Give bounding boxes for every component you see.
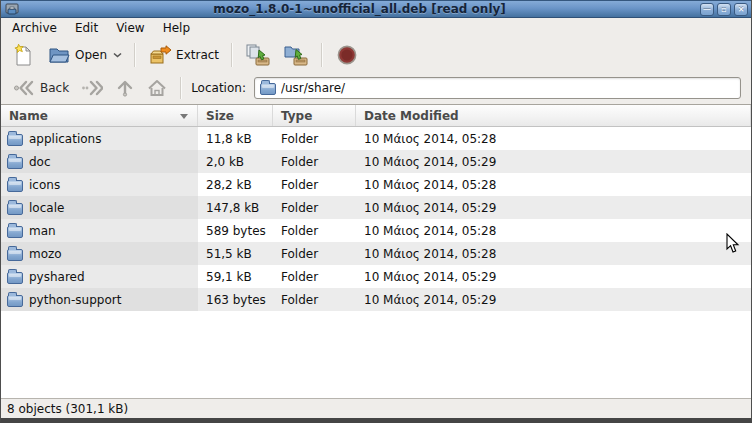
open-dropdown-chevron-icon[interactable]	[113, 52, 122, 58]
statusbar: 8 objects (301,1 kB)	[1, 398, 751, 418]
toolbar-separator	[134, 43, 136, 67]
navigation-bar: Back	[1, 72, 751, 104]
file-list-body: applications 11,8 kB Folder 10 Μάιος 201…	[1, 127, 751, 398]
forward-icon	[81, 79, 103, 97]
status-text: 8 objects (301,1 kB)	[7, 402, 128, 416]
file-date-modified: 10 Μάιος 2014, 05:28	[356, 219, 751, 242]
file-name: man	[29, 224, 56, 238]
folder-icon	[7, 226, 23, 238]
add-folder-button[interactable]	[277, 40, 315, 70]
file-name: mozo	[29, 247, 62, 261]
folder-icon	[7, 134, 23, 146]
file-date-modified: 10 Μάιος 2014, 05:29	[356, 196, 751, 219]
column-header-type[interactable]: Type	[273, 105, 356, 126]
table-row[interactable]: doc 2,0 kB Folder 10 Μάιος 2014, 05:29	[1, 150, 751, 173]
file-type: Folder	[273, 150, 356, 173]
location-label: Location:	[191, 81, 246, 95]
file-list: Name Size Type Date Modified application…	[1, 104, 751, 398]
file-name: locale	[29, 201, 64, 215]
file-type: Folder	[273, 288, 356, 311]
file-size: 147,8 kB	[198, 196, 273, 219]
file-name: pyshared	[29, 270, 85, 284]
file-name: icons	[29, 178, 60, 192]
folder-icon	[7, 203, 23, 215]
sort-indicator-icon	[180, 114, 188, 119]
stop-button[interactable]	[329, 40, 365, 70]
extract-icon	[148, 43, 172, 67]
add-folder-icon	[283, 43, 309, 67]
new-archive-button[interactable]	[5, 40, 41, 70]
toolbar-separator	[231, 43, 233, 67]
navbar-separator	[180, 77, 182, 99]
table-row[interactable]: pyshared 59,1 kB Folder 10 Μάιος 2014, 0…	[1, 265, 751, 288]
file-type: Folder	[273, 196, 356, 219]
titlebar[interactable]: mozo_1.8.0-1~unofficial_all.deb [read on…	[1, 0, 751, 18]
file-date-modified: 10 Μάιος 2014, 05:28	[356, 242, 751, 265]
toolbar-separator	[321, 43, 323, 67]
maximize-button[interactable]: ▫	[717, 3, 731, 16]
extract-button[interactable]: Extract	[142, 40, 225, 70]
home-button[interactable]	[141, 75, 173, 101]
file-type: Folder	[273, 127, 356, 150]
column-header-date-modified[interactable]: Date Modified	[356, 105, 751, 126]
location-input[interactable]	[281, 81, 735, 95]
table-row[interactable]: icons 28,2 kB Folder 10 Μάιος 2014, 05:2…	[1, 173, 751, 196]
file-date-modified: 10 Μάιος 2014, 05:29	[356, 288, 751, 311]
open-button-label: Open	[75, 48, 107, 62]
file-list-header: Name Size Type Date Modified	[1, 105, 751, 127]
folder-icon	[7, 180, 23, 192]
folder-icon	[7, 249, 23, 261]
folder-icon	[7, 272, 23, 284]
up-icon	[115, 79, 135, 97]
archive-manager-icon[interactable]	[5, 3, 19, 16]
file-date-modified: 10 Μάιος 2014, 05:29	[356, 150, 751, 173]
table-row[interactable]: locale 147,8 kB Folder 10 Μάιος 2014, 05…	[1, 196, 751, 219]
home-icon	[147, 79, 167, 97]
stop-icon	[335, 43, 359, 67]
menubar: Archive Edit View Help	[1, 18, 751, 38]
table-row[interactable]: mozo 51,5 kB Folder 10 Μάιος 2014, 05:28	[1, 242, 751, 265]
archive-manager-window: mozo_1.8.0-1~unofficial_all.deb [read on…	[0, 0, 752, 423]
back-icon	[13, 79, 35, 97]
open-archive-button[interactable]: Open	[41, 40, 128, 70]
menu-archive[interactable]: Archive	[3, 18, 66, 38]
add-files-icon	[245, 43, 271, 67]
extract-button-label: Extract	[176, 48, 219, 62]
file-size: 11,8 kB	[198, 127, 273, 150]
file-type: Folder	[273, 265, 356, 288]
menu-view[interactable]: View	[107, 18, 153, 38]
back-button-label: Back	[40, 81, 69, 95]
menu-edit[interactable]: Edit	[66, 18, 107, 38]
file-date-modified: 10 Μάιος 2014, 05:29	[356, 265, 751, 288]
column-header-size[interactable]: Size	[198, 105, 273, 126]
file-size: 51,5 kB	[198, 242, 273, 265]
file-name: python-support	[29, 293, 121, 307]
file-type: Folder	[273, 219, 356, 242]
back-button[interactable]: Back	[7, 75, 75, 101]
table-row[interactable]: man 589 bytes Folder 10 Μάιος 2014, 05:2…	[1, 219, 751, 242]
folder-icon	[260, 83, 276, 95]
file-size: 59,1 kB	[198, 265, 273, 288]
file-size: 2,0 kB	[198, 150, 273, 173]
add-files-button[interactable]	[239, 40, 277, 70]
table-row[interactable]: applications 11,8 kB Folder 10 Μάιος 201…	[1, 127, 751, 150]
up-button[interactable]	[109, 75, 141, 101]
file-size: 589 bytes	[198, 219, 273, 242]
location-entry[interactable]	[254, 77, 741, 99]
file-type: Folder	[273, 242, 356, 265]
menu-help[interactable]: Help	[154, 18, 199, 38]
folder-icon	[7, 295, 23, 307]
file-name: applications	[29, 132, 101, 146]
file-name: doc	[29, 155, 51, 169]
minimize-button[interactable]: —	[700, 3, 714, 16]
column-header-name[interactable]: Name	[1, 105, 198, 126]
new-archive-icon	[11, 43, 35, 67]
close-button[interactable]: ✕	[734, 3, 748, 16]
file-size: 28,2 kB	[198, 173, 273, 196]
file-size: 163 bytes	[198, 288, 273, 311]
table-row[interactable]: python-support 163 bytes Folder 10 Μάιος…	[1, 288, 751, 311]
window-title: mozo_1.8.0-1~unofficial_all.deb [read on…	[19, 2, 700, 16]
forward-button[interactable]	[75, 75, 109, 101]
open-archive-icon	[47, 43, 71, 67]
file-date-modified: 10 Μάιος 2014, 05:28	[356, 127, 751, 150]
